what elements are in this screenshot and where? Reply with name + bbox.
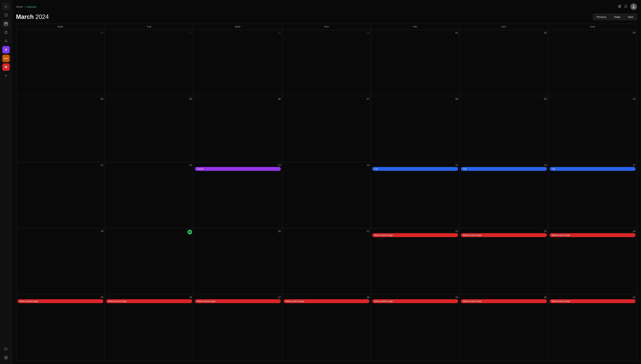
calendar-cell[interactable]: 05 bbox=[105, 96, 194, 162]
calendar-cell[interactable]: 27Make product page bbox=[194, 294, 282, 361]
calendar-cell[interactable]: 31Make product page bbox=[548, 294, 637, 361]
cell-date: 24 bbox=[550, 230, 635, 232]
today-button[interactable]: Today bbox=[610, 14, 624, 20]
calendar-cell[interactable]: 20 bbox=[194, 228, 282, 294]
calendar-cell[interactable]: 15Trip bbox=[371, 162, 459, 228]
cell-date: 29 bbox=[372, 296, 458, 298]
event-pill[interactable]: Make product page bbox=[195, 299, 281, 303]
sidebar-item-java-app[interactable]: Java bbox=[2, 55, 10, 62]
calendar-cell[interactable]: 11 bbox=[16, 162, 105, 228]
sidebar-add-button[interactable]: + bbox=[2, 72, 10, 80]
event-pill[interactable]: Trip bbox=[461, 167, 547, 171]
sidebar-item-star[interactable] bbox=[2, 29, 10, 36]
event-pill[interactable]: Make product page bbox=[284, 299, 369, 303]
calendar-cell[interactable]: 09 bbox=[459, 96, 548, 162]
event-pill[interactable]: Trip bbox=[550, 167, 635, 171]
day-label-thu: THU bbox=[282, 24, 371, 30]
event-pill[interactable]: Trip bbox=[372, 167, 458, 171]
next-button[interactable]: Next bbox=[624, 14, 637, 20]
event-pill[interactable]: Trends bbox=[195, 167, 281, 171]
event-pill[interactable]: Make product page bbox=[550, 299, 635, 303]
calendar-cell[interactable]: 28 bbox=[194, 30, 282, 96]
day-label-sun: SUN bbox=[548, 24, 637, 30]
event-pill[interactable]: Make product page bbox=[372, 233, 458, 237]
cell-date: 06 bbox=[195, 98, 281, 100]
sidebar-item-profile[interactable] bbox=[2, 37, 10, 45]
calendar-cell[interactable]: 18 bbox=[16, 228, 105, 294]
calendar-cell[interactable]: 06 bbox=[194, 96, 282, 162]
calendar-cell[interactable]: 29Make product page bbox=[371, 294, 459, 361]
calendar-grid: 2627282901020304050607080910111213Trends… bbox=[16, 30, 637, 361]
cell-date: 08 bbox=[372, 98, 458, 100]
event-pill[interactable]: Make product page bbox=[461, 299, 547, 303]
calendar-cell[interactable]: 23Make product page bbox=[459, 228, 548, 294]
calendar-cell[interactable]: 27 bbox=[105, 30, 194, 96]
calendar-cell[interactable]: 28Make product page bbox=[282, 294, 371, 361]
cell-date: 04 bbox=[18, 98, 103, 100]
calendar-cell[interactable]: 22Make product page bbox=[371, 228, 459, 294]
calendar-cell[interactable]: 16Trip bbox=[459, 162, 548, 228]
calendar-cell[interactable]: 12 bbox=[105, 162, 194, 228]
svg-point-8 bbox=[6, 357, 7, 358]
calendar-grid-container: MON TUE WED THU FRI SAT SUN 262728290102… bbox=[16, 24, 637, 361]
calendar-cell[interactable]: 04 bbox=[16, 96, 105, 162]
calendar-cell[interactable]: 17Trip bbox=[548, 162, 637, 228]
calendar-header: March 2024 Previous Today Next bbox=[16, 13, 637, 20]
calendar-cell[interactable]: 02 bbox=[459, 30, 548, 96]
svg-marker-5 bbox=[4, 31, 7, 34]
sidebar: ⌂ U Java M + bbox=[0, 0, 12, 364]
calendar-navigation: Previous Today Next bbox=[593, 14, 637, 20]
day-label-mon: MON bbox=[16, 24, 105, 30]
today-badge: 19 bbox=[188, 230, 192, 234]
calendar-cell[interactable]: 08 bbox=[371, 96, 459, 162]
cell-date: 03 bbox=[550, 31, 635, 34]
cell-date: 13 bbox=[195, 164, 281, 166]
main-content: Home › Calendar March 2024 Previous Toda… bbox=[12, 0, 641, 364]
calendar-cell[interactable]: 07 bbox=[282, 96, 371, 162]
cell-date: 12 bbox=[106, 164, 192, 166]
calendar-cell[interactable]: 29 bbox=[282, 30, 371, 96]
calendar-cell[interactable]: 10 bbox=[548, 96, 637, 162]
calendar-title: March 2024 bbox=[16, 13, 49, 20]
event-pill[interactable]: Make product page bbox=[550, 233, 635, 237]
sidebar-item-calendar[interactable] bbox=[2, 20, 10, 27]
calendar-cell[interactable]: 26 bbox=[16, 30, 105, 96]
calendar-cell[interactable]: 21 bbox=[282, 228, 371, 294]
cell-date: 26 bbox=[18, 31, 103, 34]
settings-icon[interactable] bbox=[618, 4, 621, 9]
breadcrumb-home[interactable]: Home bbox=[16, 5, 23, 8]
cell-date: 17 bbox=[550, 164, 635, 166]
sidebar-item-settings[interactable] bbox=[2, 354, 10, 361]
avatar[interactable] bbox=[630, 3, 637, 10]
calendar-cell[interactable]: 03 bbox=[548, 30, 637, 96]
event-pill[interactable]: Make product page bbox=[18, 299, 103, 303]
breadcrumb-separator: › bbox=[24, 5, 25, 8]
event-pill[interactable]: Make product page bbox=[461, 233, 547, 237]
previous-button[interactable]: Previous bbox=[593, 14, 610, 20]
calendar-cell[interactable]: 14 bbox=[282, 162, 371, 228]
bell-icon[interactable] bbox=[624, 4, 628, 9]
day-label-fri: FRI bbox=[371, 24, 459, 30]
sidebar-item-logout[interactable] bbox=[2, 345, 10, 353]
sidebar-item-m-app[interactable]: M bbox=[2, 64, 10, 71]
calendar-cell[interactable]: 30Make product page bbox=[459, 294, 548, 361]
cell-date: 30 bbox=[461, 296, 547, 298]
cell-date: 22 bbox=[372, 230, 458, 232]
event-pill[interactable]: Make product page bbox=[106, 299, 192, 303]
cell-date: 28 bbox=[195, 31, 281, 34]
calendar-cell[interactable]: 25Make product page bbox=[16, 294, 105, 361]
calendar-cell[interactable]: 26Make product page bbox=[105, 294, 194, 361]
calendar-cell[interactable]: 13Trends bbox=[194, 162, 282, 228]
event-pill[interactable]: Make product page bbox=[372, 299, 458, 303]
cell-date: 21 bbox=[284, 230, 369, 232]
calendar-cell[interactable]: 01 bbox=[371, 30, 459, 96]
sidebar-item-clock[interactable] bbox=[2, 11, 10, 19]
cell-date: 14 bbox=[284, 164, 369, 166]
sidebar-item-home[interactable]: ⌂ bbox=[2, 3, 10, 10]
calendar-cell[interactable]: 24Make product page bbox=[548, 228, 637, 294]
sidebar-item-u-app[interactable]: U bbox=[2, 46, 10, 54]
cell-date: 07 bbox=[284, 98, 369, 100]
calendar-cell[interactable]: 19 bbox=[105, 228, 194, 294]
cell-date: 02 bbox=[461, 31, 547, 34]
day-label-tue: TUE bbox=[105, 24, 194, 30]
